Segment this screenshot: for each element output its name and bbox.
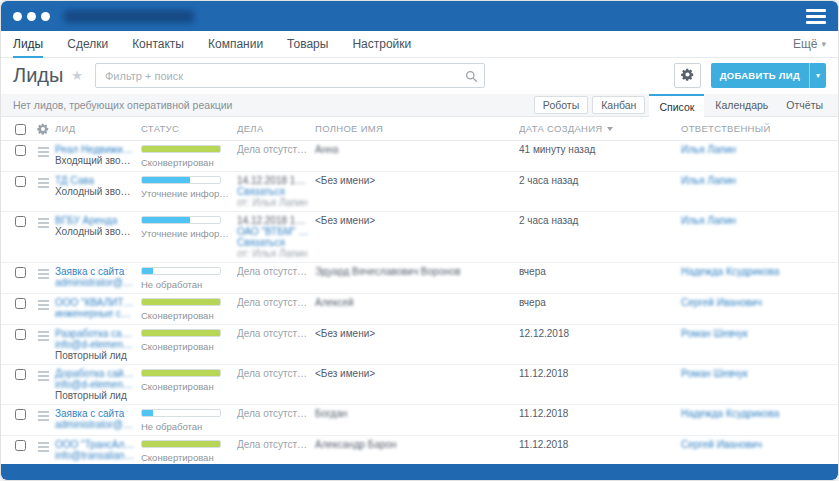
row-checkbox[interactable]: [15, 145, 26, 156]
row-menu-cell: [31, 215, 55, 228]
lead-link[interactable]: ООО "КВАЛИТЕТ —: [55, 297, 135, 308]
responsible-link[interactable]: Роман Шевчук: [681, 368, 838, 379]
column-header-3[interactable]: ПОЛНОЕ ИМЯ: [315, 123, 519, 134]
created-date: вчера: [519, 297, 681, 308]
view-tab-2[interactable]: Список: [649, 94, 704, 117]
row-menu-icon[interactable]: [38, 266, 49, 279]
row-checkbox-cell: [9, 408, 31, 420]
activity-line[interactable]: Связаться: [237, 237, 309, 248]
page-title: Лиды: [13, 64, 63, 87]
add-lead-caret-icon[interactable]: ▾: [810, 63, 826, 88]
nav-item-1[interactable]: Сделки: [67, 31, 108, 57]
view-tab-0[interactable]: Роботы: [534, 96, 588, 114]
settings-button[interactable]: [674, 63, 701, 88]
created-date: 12.12.2018: [519, 328, 681, 339]
created-cell: вчера: [519, 297, 681, 308]
row-menu-icon[interactable]: [38, 215, 49, 228]
responsible-link[interactable]: Надежда Ксудрикова: [681, 266, 838, 277]
lead-link[interactable]: ТД Сава: [55, 175, 135, 186]
search-input[interactable]: [95, 63, 485, 88]
lead-link[interactable]: ВГБУ Аренда: [55, 215, 135, 226]
row-checkbox[interactable]: [15, 267, 26, 278]
columns-gear-icon[interactable]: [37, 123, 49, 135]
view-tab-3[interactable]: Календарь: [708, 97, 775, 113]
status-cell: Не обработан: [141, 266, 237, 290]
lead-link[interactable]: ООО "ТрансАльянс": [55, 439, 135, 450]
created-cell: 11.12.2018: [519, 368, 681, 379]
row-menu-icon[interactable]: [38, 328, 49, 341]
row-checkbox[interactable]: [15, 369, 26, 380]
nav-item-3[interactable]: Компании: [208, 31, 263, 57]
lead-link[interactable]: info@transalians.ru: [55, 450, 135, 461]
full-name: <Без имени>: [315, 368, 513, 379]
row-menu-cell: [31, 297, 55, 310]
row-checkbox[interactable]: [15, 440, 26, 451]
responsible-link[interactable]: Илья Лапин: [681, 215, 838, 226]
view-tab-1[interactable]: Канбан: [592, 96, 645, 114]
row-menu-icon[interactable]: [38, 144, 49, 157]
nav-item-4[interactable]: Товары: [287, 31, 328, 57]
lead-link[interactable]: Разработка сайта art-bazinni.com: [55, 328, 135, 339]
activity-line[interactable]: Связаться: [237, 186, 309, 197]
select-all-checkbox[interactable]: [15, 124, 26, 135]
created-date: 2 часа назад: [519, 215, 681, 226]
lead-link[interactable]: administrator@d-element.tu: [55, 277, 135, 288]
responsible-cell: Сергей Иванович: [681, 297, 838, 308]
lead-link[interactable]: Заявка с сайта: [55, 266, 135, 277]
full-name-cell: Эдуард Вячеславович Воронов: [315, 266, 519, 277]
activity-line[interactable]: ОАО "ВТБМ" Аренда: [237, 226, 309, 237]
row-checkbox[interactable]: [15, 176, 26, 187]
responsible-link[interactable]: Илья Лапин: [681, 144, 838, 155]
favorite-star-icon[interactable]: ★: [71, 68, 83, 83]
app-window: ЛидыСделкиКонтактыКомпанииТоварыНастройк…: [0, 0, 839, 481]
lead-link[interactable]: Доработка сайта pioness.ru: [55, 368, 135, 379]
lead-link[interactable]: Заявка с сайта: [55, 408, 135, 419]
column-header-5[interactable]: ОТВЕТСТВЕННЫЙ: [681, 123, 838, 134]
lead-link[interactable]: info@d-element.ru: [55, 379, 135, 390]
lead-link[interactable]: инженерные системы": [55, 308, 135, 319]
row-checkbox[interactable]: [15, 298, 26, 309]
view-tab-4[interactable]: Отчёты: [779, 97, 830, 113]
lead-link[interactable]: info@d-element.ru: [55, 339, 135, 350]
full-name: <Без имени>: [315, 175, 513, 186]
activity-cell: Дела отсутствуют: [237, 297, 315, 308]
row-menu-icon[interactable]: [38, 175, 49, 188]
activity-line: Дела отсутствуют: [237, 368, 309, 379]
responsible-link[interactable]: Илья Лапин: [681, 175, 838, 186]
responsible-link[interactable]: Сергей Иванович: [681, 439, 838, 450]
status-label: Сконвертирован: [141, 452, 229, 463]
row-menu-icon[interactable]: [38, 368, 49, 381]
row-checkbox-cell: [9, 144, 31, 156]
status-bar: [141, 267, 221, 275]
row-checkbox[interactable]: [15, 329, 26, 340]
responsible-link[interactable]: Надежда Ксудрикова: [681, 408, 838, 419]
row-checkbox-cell: [9, 368, 31, 380]
topbar: [1, 1, 838, 31]
nav-item-2[interactable]: Контакты: [132, 31, 184, 57]
column-header-1[interactable]: СТАТУС: [141, 123, 237, 134]
view-tabs: РоботыКанбанСписокКалендарьОтчёты: [534, 94, 838, 116]
row-menu-icon[interactable]: [38, 439, 49, 452]
row-checkbox[interactable]: [15, 216, 26, 227]
row-checkbox[interactable]: [15, 409, 26, 420]
responsible-link[interactable]: Сергей Иванович: [681, 297, 838, 308]
lead-link[interactable]: administrator@d-element.ru: [55, 419, 135, 430]
column-header-4[interactable]: ДАТА СОЗДАНИЯ: [519, 123, 681, 134]
lead-link[interactable]: Реал Недвижимость: [55, 144, 135, 155]
nav-more[interactable]: Ещё ▾: [793, 31, 826, 57]
activity-line: 14.12.2018 15:00 Связь: [237, 175, 309, 186]
nav-item-0[interactable]: Лиды: [13, 31, 43, 57]
nav-item-5[interactable]: Настройки: [352, 31, 411, 57]
activity-line: 14.12.2018 17:04: [237, 215, 309, 226]
row-menu-icon[interactable]: [38, 408, 49, 421]
column-header-2[interactable]: ДЕЛА: [237, 123, 315, 134]
add-lead-button[interactable]: ДОБАВИТЬ ЛИД ▾: [711, 63, 826, 88]
row-menu-icon[interactable]: [38, 297, 49, 310]
responsible-link[interactable]: Роман Шевчук: [681, 328, 838, 339]
search-icon[interactable]: [465, 69, 478, 87]
hamburger-menu-icon[interactable]: [806, 9, 826, 24]
status-fill: [142, 299, 220, 305]
activity-line: Дела отсутствуют: [237, 144, 309, 155]
column-header-0[interactable]: ЛИД: [55, 123, 141, 134]
company-logo: [64, 10, 194, 23]
